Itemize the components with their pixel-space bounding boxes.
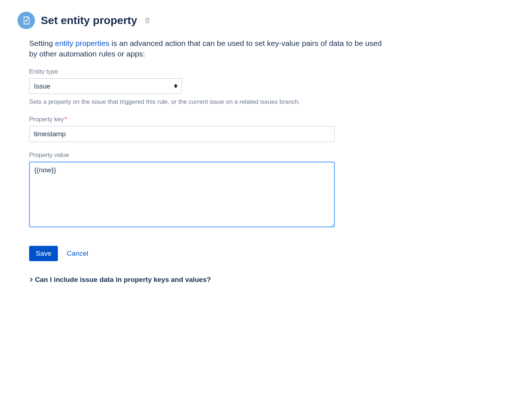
property-key-label: Property key*: [29, 116, 389, 123]
property-value-label: Property value: [29, 152, 389, 159]
save-button[interactable]: Save: [29, 246, 58, 261]
entity-type-label: Entity type: [29, 68, 389, 75]
chevron-right-icon: [28, 278, 32, 282]
entity-type-help: Sets a property on the issue that trigge…: [29, 98, 389, 106]
action-icon: [17, 12, 35, 29]
delete-icon[interactable]: [144, 17, 150, 24]
help-expander[interactable]: Can I include issue data in property key…: [29, 276, 389, 284]
description-text: Setting entity properties is an advanced…: [29, 38, 389, 59]
actions-row: Save Cancel: [29, 246, 389, 261]
property-key-input[interactable]: [29, 126, 335, 142]
cancel-button[interactable]: Cancel: [67, 249, 88, 258]
page-title: Set entity property: [41, 14, 137, 27]
entity-type-select[interactable]: Issue: [29, 78, 182, 94]
header: Set entity property: [17, 12, 515, 29]
property-value-textarea[interactable]: [29, 162, 335, 227]
expander-label: Can I include issue data in property key…: [35, 276, 211, 284]
entity-properties-link[interactable]: entity properties: [55, 39, 109, 47]
